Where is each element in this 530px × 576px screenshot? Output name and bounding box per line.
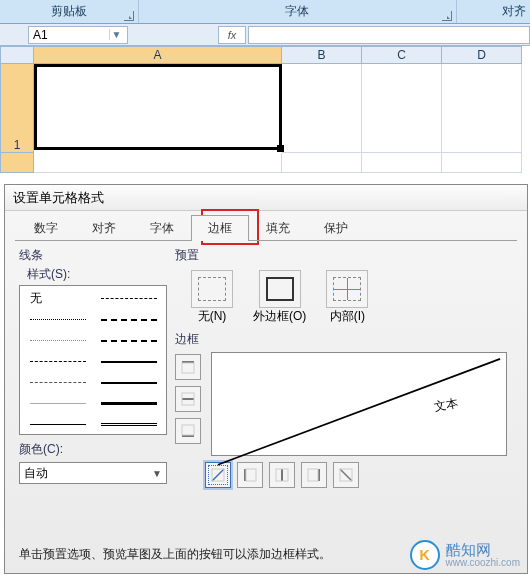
ribbon-group-font[interactable]: 字体 <box>139 0 457 23</box>
tab-font[interactable]: 字体 <box>133 215 191 241</box>
watermark: K 酷知网 www.coozhi.com <box>410 540 520 570</box>
select-all-corner[interactable] <box>0 46 34 64</box>
fx-label: fx <box>228 29 237 41</box>
border-preview[interactable]: 文本 <box>211 352 507 456</box>
ribbon-group-label: 剪贴板 <box>51 4 87 18</box>
svg-rect-14 <box>308 469 318 481</box>
cell[interactable] <box>282 64 362 153</box>
line-color-dropdown[interactable]: 自动 ▼ <box>19 462 167 484</box>
line-style-option[interactable] <box>93 309 164 330</box>
line-style-option[interactable] <box>22 372 93 393</box>
watermark-url: www.coozhi.com <box>446 557 520 568</box>
cell[interactable] <box>282 153 362 173</box>
preset-inside-icon <box>333 277 361 301</box>
border-middle-h-button[interactable] <box>175 386 201 412</box>
svg-line-15 <box>340 469 352 481</box>
svg-rect-11 <box>281 469 283 481</box>
preset-none[interactable]: 无(N) <box>191 270 233 325</box>
ribbon-group-align[interactable]: 对齐 <box>457 0 530 23</box>
tab-number[interactable]: 数字 <box>17 215 75 241</box>
column-header-b[interactable]: B <box>282 46 362 64</box>
tab-protection[interactable]: 保护 <box>307 215 365 241</box>
line-style-option[interactable] <box>93 330 164 351</box>
cell[interactable] <box>362 64 442 153</box>
format-cells-dialog: 设置单元格格式 数字 对齐 字体 边框 填充 保护 线条 样式(S): 无 <box>4 184 528 574</box>
chevron-down-icon: ▼ <box>152 468 162 479</box>
worksheet-grid[interactable]: A B C D 1 <box>0 46 530 173</box>
column-header-a[interactable]: A <box>34 46 282 64</box>
preset-label: 无(N) <box>198 308 227 325</box>
color-value: 自动 <box>24 465 48 482</box>
watermark-logo-icon: K <box>410 540 440 570</box>
expand-icon[interactable] <box>442 11 452 21</box>
ribbon-group-label: 字体 <box>285 4 309 18</box>
cell[interactable] <box>442 153 522 173</box>
preset-label: 外边框(O) <box>253 308 306 325</box>
line-style-option[interactable] <box>93 288 164 309</box>
fx-button[interactable]: fx <box>218 26 246 44</box>
preset-label: 内部(I) <box>330 308 365 325</box>
line-style-option[interactable] <box>22 351 93 372</box>
preset-outline[interactable]: 外边框(O) <box>253 270 306 325</box>
name-box[interactable]: A1 ▼ <box>28 26 128 44</box>
line-style-option[interactable] <box>22 330 93 351</box>
preset-none-icon <box>198 277 226 301</box>
svg-rect-5 <box>182 425 194 435</box>
svg-rect-1 <box>182 363 194 373</box>
line-style-option[interactable] <box>93 414 164 435</box>
svg-rect-10 <box>246 469 256 481</box>
ribbon-group-clipboard[interactable]: 剪贴板 <box>0 0 139 23</box>
preset-outline-icon <box>266 277 294 301</box>
preset-inside[interactable]: 内部(I) <box>326 270 368 325</box>
formula-bar[interactable] <box>248 26 530 44</box>
line-style-option[interactable] <box>22 393 93 414</box>
dialog-hint: 单击预置选项、预览草图及上面的按钮可以添加边框样式。 <box>19 546 331 563</box>
line-style-option[interactable] <box>93 393 164 414</box>
ribbon-group-label: 对齐 <box>502 4 526 18</box>
line-section-label: 线条 <box>19 247 167 264</box>
dialog-tabs: 数字 对齐 字体 边框 填充 保护 <box>17 215 527 241</box>
row-header[interactable] <box>0 153 34 173</box>
line-style-option[interactable] <box>93 372 164 393</box>
diagonal-line-icon <box>212 353 506 471</box>
style-label: 样式(S): <box>27 266 167 283</box>
cell-a1-selected[interactable] <box>34 64 282 150</box>
watermark-name: 酷知网 <box>446 542 520 558</box>
name-box-value: A1 <box>33 28 48 42</box>
line-style-option[interactable] <box>22 309 93 330</box>
style-none-label: 无 <box>30 290 86 307</box>
tab-border[interactable]: 边框 <box>191 215 249 241</box>
cell[interactable] <box>34 153 282 173</box>
cell[interactable] <box>442 64 522 153</box>
line-style-option[interactable] <box>22 414 93 435</box>
svg-line-7 <box>212 469 224 481</box>
line-style-list[interactable]: 无 <box>19 285 167 435</box>
line-style-option[interactable] <box>93 351 164 372</box>
column-header-d[interactable]: D <box>442 46 522 64</box>
preset-section-label: 预置 <box>175 247 513 264</box>
cell[interactable] <box>362 153 442 173</box>
row-header-1[interactable]: 1 <box>0 64 34 153</box>
color-label: 颜色(C): <box>19 441 167 458</box>
svg-rect-2 <box>182 398 194 400</box>
expand-icon[interactable] <box>124 11 134 21</box>
svg-line-6 <box>218 359 500 465</box>
border-bottom-button[interactable] <box>175 418 201 444</box>
border-top-button[interactable] <box>175 354 201 380</box>
border-section-label: 边框 <box>175 331 513 348</box>
chevron-down-icon[interactable]: ▼ <box>109 29 123 40</box>
column-header-c[interactable]: C <box>362 46 442 64</box>
tab-alignment[interactable]: 对齐 <box>75 215 133 241</box>
dialog-title: 设置单元格格式 <box>5 185 527 211</box>
line-style-none[interactable]: 无 <box>22 288 93 309</box>
